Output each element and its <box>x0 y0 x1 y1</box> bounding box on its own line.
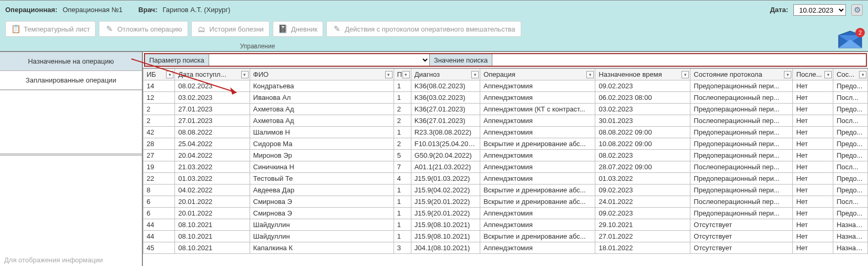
grid[interactable]: ИБ▾ Дата поступл...▾ ФИО▾ Пал...▾ Диагно… <box>143 68 868 266</box>
cell-oper: Вскрытие и дренирование абс... <box>480 196 595 208</box>
settings-button[interactable]: ⚙ <box>851 4 863 16</box>
table-row[interactable]: 620.01.2022Смирнова Э1J15.9(20.01.2022)А… <box>143 208 868 219</box>
cell-diag: K36(03.02.2023) <box>411 92 480 104</box>
cell-posl: Нет <box>793 173 833 185</box>
search-param-label: Параметр поиска <box>145 54 209 66</box>
cell-proto: Предоперационный пери... <box>690 208 793 219</box>
table-row[interactable]: 2720.04.2022Миронов Эр5G50.9(20.04.2022)… <box>143 150 868 161</box>
cell-oper: Вскрытие и дренирование абс... <box>480 138 595 150</box>
cell-date: 03.02.2023 <box>175 92 250 104</box>
table-row[interactable]: 2201.03.2022Тестовый Те4J15.9(01.03.2022… <box>143 173 868 185</box>
col-oper[interactable]: Операция▾ <box>480 69 595 80</box>
table-row[interactable]: 227.01.2023Ахметова Ад2K36(27.01.2023)Ап… <box>143 104 868 115</box>
history-button[interactable]: 🗂 История болезни <box>191 21 270 37</box>
col-time[interactable]: Назначенное время▾ <box>595 69 690 80</box>
gear-icon: ⚙ <box>854 5 861 15</box>
cell-posl: Нет <box>793 92 833 104</box>
table-row[interactable]: 2825.04.2022Сидоров Ма2F10.013(25.04.202… <box>143 138 868 150</box>
cell-ib: 6 <box>143 196 175 208</box>
cell-time: 28.07.2022 09:00 <box>595 161 690 173</box>
protocol-actions-button[interactable]: ✎ Действия с протоколом оперативного вме… <box>326 21 521 37</box>
cell-pal: 1 <box>394 80 411 92</box>
cell-posl: Нет <box>793 115 833 127</box>
cell-pal: 1 <box>394 196 411 208</box>
cell-date: 21.03.2022 <box>175 161 250 173</box>
cell-pal: 1 <box>394 185 411 196</box>
col-ib[interactable]: ИБ▾ <box>143 69 175 80</box>
cell-date: 08.10.2021 <box>175 242 250 254</box>
cell-proto: Предоперационный пери... <box>690 173 793 185</box>
cell-oper: Аппендэктомия <box>480 92 595 104</box>
cell-pal: 1 <box>394 92 411 104</box>
cell-ib: 8 <box>143 185 175 196</box>
table-row[interactable]: 1408.02.2023Кондратьева1K36(08.02.2023)А… <box>143 80 868 92</box>
cell-date: 25.04.2022 <box>175 138 250 150</box>
cell-pal: 2 <box>394 115 411 127</box>
table-row[interactable]: 4408.10.2021Шайдуллин1J15.9(08.10.2021)В… <box>143 231 868 242</box>
cell-sost: Предо... <box>833 104 868 115</box>
cell-oper: Вскрытие и дренирование абс... <box>480 231 595 242</box>
temp-sheet-button[interactable]: 📋 Температурный лист <box>5 21 96 37</box>
cell-time: 30.01.2023 <box>595 115 690 127</box>
sidebar: Назначенные на операцию Запланированные … <box>0 52 143 266</box>
sidebar-splitter[interactable] <box>0 154 142 156</box>
cell-ib: 44 <box>143 231 175 242</box>
table-row[interactable]: 1921.03.2022Синичкина Н7A01.1(21.03.2022… <box>143 161 868 173</box>
cell-oper: Аппендэктомия <box>480 161 595 173</box>
clipboard-icon: 📋 <box>11 24 20 34</box>
cell-ib: 19 <box>143 161 175 173</box>
date-select[interactable]: 10.02.2023 <box>793 4 846 16</box>
col-fio[interactable]: ФИО▾ <box>250 69 394 80</box>
cell-ib: 27 <box>143 150 175 161</box>
filter-icon[interactable]: ▾ <box>824 71 832 78</box>
filter-icon[interactable]: ▾ <box>402 71 410 78</box>
edit-icon: ✎ <box>332 24 342 34</box>
filter-icon[interactable]: ▾ <box>241 71 249 78</box>
cell-pal: 1 <box>394 219 411 231</box>
postpone-button[interactable]: ✎ Отложить операцию <box>99 21 188 37</box>
filter-icon[interactable]: ▾ <box>586 71 594 78</box>
cell-time: 10.08.2022 09:00 <box>595 138 690 150</box>
cell-date: 08.10.2021 <box>175 219 250 231</box>
col-diag[interactable]: Диагноз▾ <box>411 69 480 80</box>
filter-icon[interactable]: ▾ <box>681 71 689 78</box>
cell-fio: Авдеева Дар <box>250 185 394 196</box>
cell-diag: K36(08.02.2023) <box>411 80 480 92</box>
cell-ib: 12 <box>143 92 175 104</box>
diary-button[interactable]: 📓 Дневник <box>273 21 323 37</box>
table-row[interactable]: 620.01.2022Смирнова Э1J15.9(20.01.2022)В… <box>143 196 868 208</box>
col-sost[interactable]: Сос...▾ <box>833 69 868 80</box>
table-row[interactable]: 4208.08.2022Шалимов Н1R23.3(08.08.2022)А… <box>143 127 868 138</box>
table-row[interactable]: 1203.02.2023Иванова Ал1K36(03.02.2023)Ап… <box>143 92 868 104</box>
col-date[interactable]: Дата поступл...▾ <box>175 69 250 80</box>
filter-icon[interactable]: ▾ <box>784 71 791 78</box>
cell-fio: Кондратьева <box>250 80 394 92</box>
cell-proto: Послеоперационный пер... <box>690 161 793 173</box>
sidebar-tab-planned[interactable]: Запланированные операции <box>0 71 142 90</box>
cell-oper: Аппендэктомия <box>480 208 595 219</box>
col-pal[interactable]: Пал...▾ <box>394 69 411 80</box>
cell-sost: Посл... <box>833 161 868 173</box>
filter-icon[interactable]: ▾ <box>166 71 173 78</box>
diary-label: Дневник <box>291 25 317 33</box>
filter-icon[interactable]: ▾ <box>385 71 392 78</box>
table-row[interactable]: 4508.10.2021Капалкина К3J04.1(08.10.2021… <box>143 242 868 254</box>
sidebar-tab-assigned[interactable]: Назначенные на операцию <box>0 52 142 71</box>
cell-date: 20.04.2022 <box>175 150 250 161</box>
search-param-select[interactable] <box>209 54 430 66</box>
filter-icon[interactable]: ▾ <box>859 71 866 78</box>
search-value-input[interactable] <box>492 54 866 66</box>
cell-oper: Вскрытие и дренирование абс... <box>480 185 595 196</box>
cell-ib: 6 <box>143 208 175 219</box>
cell-time: 27.01.2022 <box>595 231 690 242</box>
filter-icon[interactable]: ▾ <box>471 71 479 78</box>
cell-time: 06.02.2023 08:00 <box>595 92 690 104</box>
table-row[interactable]: 804.02.2022Авдеева Дар1J15.9(04.02.2022)… <box>143 185 868 196</box>
table-row[interactable]: 227.01.2023Ахметова Ад2K36(27.01.2023)Ап… <box>143 115 868 127</box>
col-posl[interactable]: После...▾ <box>793 69 833 80</box>
table-row[interactable]: 4408.10.2021Шайдуллин1J15.9(08.10.2021)А… <box>143 219 868 231</box>
col-proto[interactable]: Состояние протокола▾ <box>690 69 793 80</box>
mail-button[interactable]: 2 <box>838 30 863 49</box>
cell-proto: Отсутствует <box>690 231 793 242</box>
cell-fio: Ахметова Ад <box>250 115 394 127</box>
